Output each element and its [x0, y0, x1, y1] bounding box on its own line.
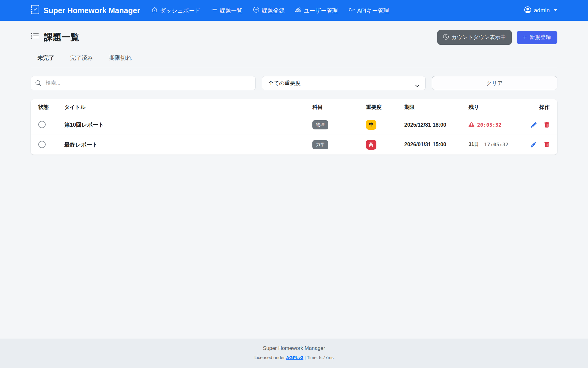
license-suffix: | Time: 5.77ms — [303, 355, 334, 360]
importance-badge: 中 — [366, 120, 376, 130]
column-status: 状態 — [38, 99, 64, 115]
search-input[interactable] — [31, 76, 256, 90]
license-prefix: Licensed under — [254, 355, 286, 360]
clock-icon — [443, 34, 449, 41]
trash-icon — [544, 144, 550, 148]
license-link[interactable]: AGPLv3 — [286, 355, 303, 360]
key-icon — [349, 7, 355, 14]
column-actions: 操作 — [522, 99, 550, 115]
people-icon — [295, 7, 301, 14]
remaining-days: 31日 — [469, 141, 479, 148]
importance-badge: 高 — [366, 140, 376, 150]
subject-badge: 物理 — [312, 120, 328, 129]
column-remaining: 残り — [469, 99, 522, 115]
due-date: 2026/01/31 15:00 — [404, 141, 469, 148]
pencil-icon — [531, 144, 537, 148]
nav-label: 課題一覧 — [220, 7, 242, 14]
edit-button[interactable] — [531, 122, 537, 128]
user-menu[interactable]: admin — [524, 6, 557, 15]
delete-button[interactable] — [544, 122, 550, 128]
remaining-cell: 20:05:32 — [469, 121, 522, 128]
journal-check-icon — [31, 5, 40, 16]
table-row: 最終レポート 力学 高 2026/01/31 15:00 31日 17:05:3… — [31, 135, 557, 155]
clear-filter-button[interactable]: クリア — [432, 76, 557, 90]
nav-task-register[interactable]: 課題登録 — [253, 7, 284, 14]
nav-label: 課題登録 — [262, 7, 284, 14]
new-task-label: 新規登録 — [530, 35, 551, 40]
importance-select-value: 全ての重要度 — [268, 79, 301, 87]
page-title-text: 課題一覧 — [44, 31, 79, 44]
nav-api-key-management[interactable]: APIキー管理 — [349, 7, 389, 14]
person-circle-icon — [524, 6, 531, 15]
nav-label: ユーザー管理 — [303, 7, 338, 14]
complete-toggle[interactable] — [38, 121, 46, 128]
nav-dashboard[interactable]: ダッシュボード — [152, 7, 200, 14]
filter-bar: 全ての重要度 クリア — [31, 76, 557, 90]
nav-task-list[interactable]: 課題一覧 — [211, 7, 242, 14]
house-icon — [152, 7, 157, 14]
subject-badge: 力学 — [312, 140, 328, 149]
column-title: タイトル — [64, 99, 312, 115]
complete-toggle[interactable] — [38, 141, 46, 148]
main-nav: ダッシュボード 課題一覧 課題登録 ユーザー管理 APIキー管理 — [152, 7, 389, 14]
plus-icon: + — [523, 35, 527, 40]
task-table: 状態 タイトル 科目 重要度 期限 残り 操作 第10回レポート 物理 中 20… — [31, 99, 557, 155]
tab-overdue[interactable]: 期限切れ — [109, 54, 132, 62]
page-title: 課題一覧 — [31, 31, 79, 44]
delete-button[interactable] — [544, 142, 550, 148]
remaining-time: 20:05:32 — [477, 122, 501, 128]
column-due: 期限 — [404, 99, 469, 115]
nav-label: ダッシュボード — [160, 7, 200, 14]
list-icon — [211, 7, 217, 14]
plus-circle-icon — [253, 7, 259, 14]
tab-incomplete[interactable]: 未完了 — [37, 54, 55, 62]
remaining-time: 17:05:32 — [484, 142, 508, 148]
footer-license-line: Licensed under AGPLv3 | Time: 5.77ms — [0, 355, 588, 360]
table-header-row: 状態 タイトル 科目 重要度 期限 残り 操作 — [31, 99, 557, 115]
pencil-icon — [531, 124, 537, 129]
trash-icon — [544, 124, 550, 129]
warning-triangle-icon — [469, 121, 474, 128]
countdown-toggle-button[interactable]: カウントダウン表示中 — [437, 30, 512, 45]
search-box — [31, 76, 256, 90]
task-title: 最終レポート — [64, 141, 312, 148]
footer-title: Super Homework Manager — [0, 345, 588, 351]
task-title: 第10回レポート — [64, 121, 312, 128]
new-task-button[interactable]: + 新規登録 — [517, 31, 557, 44]
importance-select[interactable]: 全ての重要度 — [262, 76, 426, 90]
brand[interactable]: Super Homework Manager — [31, 5, 140, 16]
column-subject: 科目 — [312, 99, 366, 115]
countdown-toggle-label: カウントダウン表示中 — [451, 35, 506, 40]
edit-button[interactable] — [531, 142, 537, 148]
column-importance: 重要度 — [366, 99, 404, 115]
app-header: Super Homework Manager ダッシュボード 課題一覧 課題登録… — [0, 0, 588, 21]
table-row: 第10回レポート 物理 中 2025/12/31 18:00 20:05:32 — [31, 115, 557, 135]
main-content: 課題一覧 カウントダウン表示中 + 新規登録 未完了 完了済み 期限切れ 全ての… — [0, 21, 588, 339]
caret-down-icon — [552, 7, 557, 14]
page-footer: Super Homework Manager Licensed under AG… — [0, 339, 588, 368]
user-name: admin — [534, 7, 550, 14]
status-tabs: 未完了 完了済み 期限切れ — [31, 54, 557, 68]
tab-completed[interactable]: 完了済み — [70, 54, 93, 62]
brand-title: Super Homework Manager — [43, 6, 140, 15]
nav-user-management[interactable]: ユーザー管理 — [295, 7, 338, 14]
list-ul-icon — [31, 32, 39, 43]
nav-label: APIキー管理 — [357, 7, 389, 14]
remaining-cell: 31日 17:05:32 — [469, 141, 522, 148]
due-date: 2025/12/31 18:00 — [404, 122, 469, 128]
